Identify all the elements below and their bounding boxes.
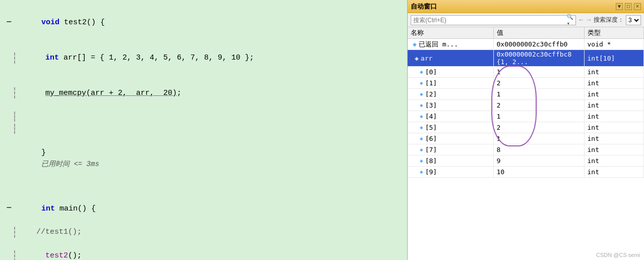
variables-table: 名称 值 类型 ◈已返回 m...0x00000002c30cffb0void … [408,27,644,178]
cube-small-icon: ◈ [420,91,423,97]
table-row: ◈[7]8int [408,144,644,155]
value-cell-6: 1 [493,111,584,122]
type-cell-4: int [584,89,644,100]
name-cell-1: ▼ ◈arr [408,50,493,67]
search-dropdown-btn[interactable]: 🔍▾ [566,16,575,25]
indent-bar-2 [14,87,15,98]
table-row: ◈[1]2int [408,78,644,89]
value-cell-5: 2 [493,100,584,111]
type-cell-0: void * [584,39,644,50]
name-cell-8: ◈[6] [408,133,493,144]
code-line-test2: test2(); [0,238,407,260]
code-line-fn1-close: } 已用时间 <= 3ms [0,135,407,182]
var-name: arr [421,55,432,62]
var-name: [0] [425,68,437,76]
var-name: [5] [425,124,437,131]
value-cell-3: 2 [493,78,584,89]
section-gap [0,182,407,191]
cube-small-icon: ◈ [420,158,423,164]
var-name: [9] [425,168,437,176]
code-line-fn1-header: − void test2() { [0,5,407,40]
search-box[interactable]: 🔍▾ [411,15,576,25]
value-cell-7: 2 [493,122,584,133]
name-cell-0: ◈已返回 m... [408,39,493,50]
cube-small-icon: ◈ [420,69,423,75]
expand-arrow-icon[interactable]: ▼ [411,56,414,61]
watch-titlebar: 自动窗口 ▼ □ × [408,0,644,13]
cube-small-icon: ◈ [420,102,423,109]
depth-label: 搜索深度： [594,16,624,24]
type-cell-2: int [584,67,644,78]
watch-toolbar: 🔍▾ ← → 搜索深度： 3 1 2 4 5 [408,13,644,27]
titlebar-icons: ▼ □ × [616,3,641,10]
table-row: ◈[3]2int [408,100,644,111]
name-cell-2: ◈[0] [408,67,493,78]
cube-icon: ◈ [413,40,417,48]
indent-bar-4 [14,250,15,260]
gutter-minus2: − [4,201,14,216]
watch-title: 自动窗口 [411,2,616,11]
nav-back-btn[interactable]: ← [578,16,584,24]
table-row: ◈[0]1int [408,67,644,78]
name-cell-3: ◈[1] [408,78,493,89]
var-name: [4] [425,113,437,120]
var-name: 已返回 m... [419,40,458,49]
type-cell-1: int[10] [584,50,644,67]
code-fn2-header: int main() { [14,191,403,226]
restore-icon[interactable]: □ [625,3,632,10]
type-cell-9: int [584,144,644,155]
table-header: 名称 值 类型 [408,27,644,39]
indent-bar-1 [14,53,15,64]
gutter-minus: − [4,16,14,30]
table-row: ◈[2]1int [408,89,644,100]
name-cell-5: ◈[3] [408,100,493,111]
close-icon[interactable]: × [634,3,641,10]
cube-small-icon: ◈ [420,124,423,131]
type-cell-10: int [584,155,644,167]
col-header-type: 类型 [584,27,644,39]
table-row: ▼ ◈arr0x00000002c30cffbc8 {1, 2...int[10… [408,50,644,67]
table-body: ◈已返回 m...0x00000002c30cffb0void *▼ ◈arr0… [408,39,644,178]
name-cell-4: ◈[2] [408,89,493,100]
type-cell-6: int [584,111,644,122]
table-row: ◈已返回 m...0x00000002c30cffb0void * [408,39,644,50]
table-row: ◈[6]1int [408,133,644,144]
value-cell-1: 0x00000002c30cffbc8 {1, 2... [493,50,584,67]
name-cell-11: ◈[9] [408,167,493,178]
code-line-arr: int arr[] = { 1, 2, 3, 4, 5, 6, 7, 8, 9,… [0,40,407,76]
code-editor: − void test2() { int arr[] = { 1, 2, 3, … [0,0,407,260]
code-fn1-close: } 已用时间 <= 3ms [14,135,403,182]
type-cell-8: int [584,133,644,144]
code-test2-call: test2(); [18,238,403,260]
table-row: ◈[8]9int [408,155,644,167]
code-line-memcpy: my_memcpy(arr + 2, arr, 20); [0,76,407,111]
code-line-empty1 [0,111,407,123]
type-cell-3: int [584,78,644,89]
col-header-value: 值 [493,27,584,39]
name-cell-7: ◈[5] [408,122,493,133]
dropdown-icon[interactable]: ▼ [616,3,623,10]
name-cell-6: ◈[4] [408,111,493,122]
cube-small-icon: ◈ [420,135,423,142]
nav-forward-btn[interactable]: → [586,16,592,24]
cube-small-icon: ◈ [420,169,423,175]
code-line-fn2-header: − int main() { [0,191,407,226]
var-name: [8] [425,157,437,165]
watch-table: 名称 值 类型 ◈已返回 m...0x00000002c30cffb0void … [408,27,644,178]
value-cell-8: 1 [493,133,584,144]
search-input[interactable] [411,17,566,24]
watch-panel: 自动窗口 ▼ □ × 🔍▾ ← → 搜索深度： 3 1 2 4 5 [407,0,644,260]
value-cell-11: 10 [493,167,584,178]
value-cell-4: 1 [493,89,584,100]
type-cell-11: int [584,167,644,178]
depth-select[interactable]: 3 1 2 4 5 [626,15,641,25]
cube-icon: ◈ [415,55,419,62]
col-header-name: 名称 [408,27,493,39]
value-cell-9: 8 [493,144,584,155]
table-row: ◈[5]2int [408,122,644,133]
var-name: [7] [425,146,437,153]
cube-small-icon: ◈ [420,146,423,153]
watch-table-container: 名称 值 类型 ◈已返回 m...0x00000002c30cffb0void … [408,27,644,260]
cube-small-icon: ◈ [420,113,423,120]
var-name: [6] [425,135,437,142]
